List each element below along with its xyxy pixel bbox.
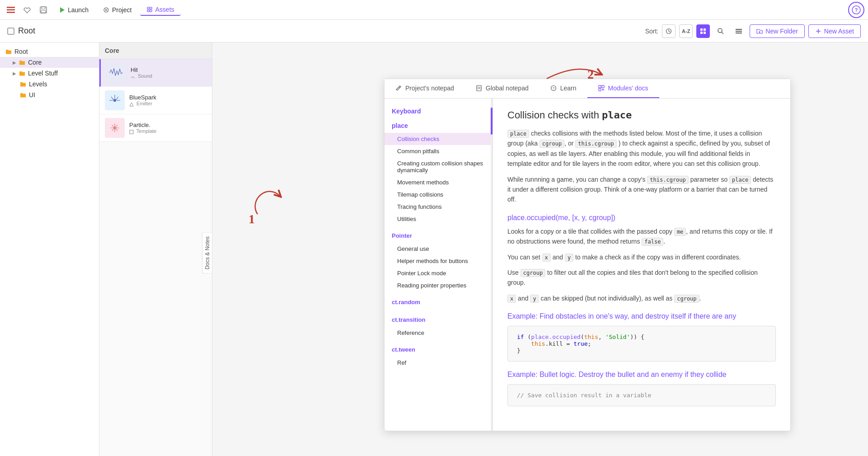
asset-item-particle[interactable]: Particle. Template [99,114,212,142]
method-desc2: You can set x and y to make a check as i… [507,252,776,262]
search-button[interactable] [713,24,728,38]
svg-rect-49 [599,89,601,91]
svg-marker-6 [60,7,65,13]
nav-section-place[interactable]: place [385,118,493,133]
tree-item-core[interactable]: ▶ Core [0,57,99,68]
nav-section-ctrandom[interactable]: ct.random [385,295,493,309]
asset-info-particle: Particle. Template [129,122,206,134]
nav-section-cttransition[interactable]: ct.transition [385,313,493,327]
asset-item-hit[interactable]: Hit Sound [99,59,212,87]
nav-item-tween-ref[interactable]: Ref [385,357,493,369]
example2-title: Example: Bullet logic. Destroy the bulle… [507,371,776,379]
tab-modules-docs[interactable]: Modules' docs [587,79,659,98]
nav-section-pointer[interactable]: Pointer [385,229,493,243]
book-icon [476,85,482,91]
tab-learn[interactable]: ? Learn [540,79,587,98]
nav-item-pointer-lock-mode[interactable]: Pointer Lock mode [385,267,493,279]
tree-item-levelstuff[interactable]: ▶ Level Stuff [0,68,99,79]
nav-item-custom-shapes[interactable]: Creating custom collision shapes dynamic… [385,157,493,176]
nav-item-collision-checks[interactable]: Collision checks [385,133,493,145]
svg-point-20 [718,28,722,33]
code-place2: place [729,176,751,184]
svg-rect-2 [7,12,15,13]
profile-button[interactable]: ? [848,2,864,18]
asset-item-bluespark[interactable]: BlueSpark Emitter [99,87,212,114]
svg-rect-0 [7,7,15,8]
nav-item-movement-methods[interactable]: Movement methods [385,176,493,188]
sort-time-button[interactable] [662,24,676,38]
code-place1: place [507,130,529,138]
nav-item-general-use[interactable]: General use [385,243,493,255]
favorites-button[interactable] [20,3,34,17]
tree-item-ui[interactable]: UI [0,89,99,100]
code-cgroup1: cgroup [540,140,564,148]
tree-item-levels[interactable]: Levels [0,79,99,89]
docs-panel: Project's notepad Global notepad ? Learn… [384,79,791,431]
save-button[interactable] [36,3,51,17]
folder-icon [20,81,26,87]
sort-az-button[interactable]: A-Z [679,24,693,38]
file-tree: Root ▶ Core ▶ Level Stuff Levels UI [0,42,99,456]
svg-rect-22 [736,29,742,30]
svg-rect-16 [700,28,703,31]
nav-item-common-pitfalls[interactable]: Common pitfalls [385,145,493,157]
content-title: Collision checks with place [507,109,776,121]
example2-code: // Save collision result in a variable [507,384,776,406]
nav-section-keyboard[interactable]: Keyboard [385,104,493,118]
svg-rect-48 [602,85,604,88]
help-icon: ? [550,85,557,91]
project-button[interactable]: Project [97,5,138,15]
edit-icon [395,85,402,91]
tab-projects-notepad[interactable]: Project's notepad [385,79,465,98]
code-y2: y [530,295,539,303]
new-asset-button[interactable]: New Asset [808,24,861,38]
svg-rect-23 [736,31,742,32]
tab-global-notepad[interactable]: Global notepad [465,79,540,98]
nav-item-reading-pointer[interactable]: Reading pointer properties [385,279,493,291]
svg-point-34 [113,99,116,102]
asset-list: Core Hit Sound [99,42,212,456]
folder-icon [5,48,12,55]
method-desc1: Looks for a copy or a tile that collides… [507,226,776,247]
chevron-icon: ▶ [13,60,16,65]
assets-button[interactable]: Assets [140,4,181,16]
nav-item-helper-methods[interactable]: Helper methods for buttons [385,255,493,267]
hamburger-button[interactable] [4,3,18,17]
sort-grid-button[interactable] [696,24,710,38]
nav-section-cttween[interactable]: ct.tween [385,343,493,357]
nav-item-utilities[interactable]: Utilities [385,213,493,225]
example1-title: Example: Find obstacles in one's way, an… [507,312,776,320]
asset-thumbnail-bluespark [105,90,125,110]
code-me: me [674,228,686,236]
launch-button[interactable]: Launch [52,5,95,15]
module-icon [598,85,605,91]
svg-rect-18 [700,32,703,34]
code-y1: y [565,254,573,262]
asset-thumbnail-particle [105,118,125,138]
list-view-button[interactable] [732,24,746,38]
sort-label: Sort: [645,28,659,35]
svg-rect-1 [7,9,15,10]
docs-tabs: Project's notepad Global notepad ? Learn… [385,79,790,99]
docs-notes-tab[interactable]: Docs & Notes [202,232,212,273]
svg-point-40 [114,127,116,129]
svg-rect-41 [130,130,133,134]
nav-item-tilemap-collisions[interactable]: Tilemap collisions [385,188,493,201]
folder-icon [20,92,26,98]
main-layout: Root ▶ Core ▶ Level Stuff Levels UI Core [0,42,868,456]
svg-line-30 [116,97,118,99]
svg-marker-35 [130,103,133,106]
chevron-icon: ▶ [13,71,16,76]
new-folder-button[interactable]: New Folder [750,24,805,38]
topbar: Launch Project Assets ? [0,0,868,20]
asset-info-hit: Hit Sound [131,66,206,79]
docs-body: Keyboard place Collision checks Common p… [385,99,790,431]
asset-info-bluespark: BlueSpark Emitter [129,94,206,106]
tree-item-root[interactable]: Root [0,46,99,57]
nav-item-transition-reference[interactable]: Reference [385,327,493,339]
toolbar: Root Sort: A-Z New Folder New Asset [0,20,868,42]
code-thiscgroup2: this.cgroup [647,176,688,184]
nav-item-tracing-functions[interactable]: Tracing functions [385,201,493,213]
svg-rect-17 [704,28,706,31]
code-x2: x [507,295,516,303]
